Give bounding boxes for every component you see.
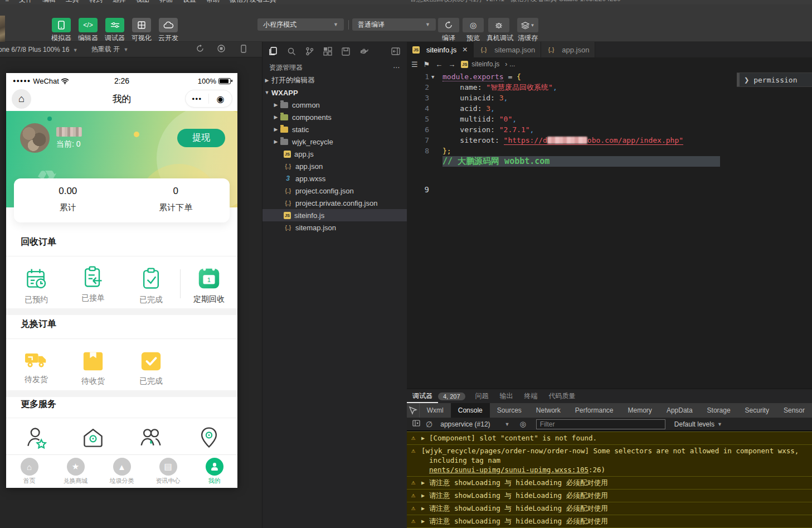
periodic-recycle-item[interactable]: 1 定期回收 (183, 265, 235, 304)
tab-network[interactable]: Network (529, 403, 568, 418)
tab-home[interactable]: ⌂ 首页 (6, 455, 52, 488)
tree-folder-static[interactable]: ▶ static (262, 123, 407, 135)
menu-file[interactable]: 文件 (14, 0, 37, 4)
teapot-icon[interactable] (359, 47, 369, 56)
npm-build-icon[interactable] (342, 47, 350, 56)
forward-icon[interactable]: → (448, 60, 455, 69)
avatar[interactable] (20, 123, 50, 153)
files-icon[interactable] (269, 47, 278, 56)
recycle-reserved-item[interactable]: 已预约 (11, 267, 62, 305)
record-icon[interactable] (217, 45, 225, 54)
to-receive-item[interactable]: 待收货 (67, 350, 119, 386)
tab-output[interactable]: 输出 (494, 389, 519, 403)
menu-settings[interactable]: 设置 (178, 0, 201, 4)
bookmark-icon[interactable]: ⚑ (424, 60, 430, 69)
more-actions-icon[interactable]: ⋯ (393, 64, 400, 71)
tab-sensor[interactable]: Sensor (776, 403, 812, 418)
expand-icon[interactable]: ▶ (421, 491, 425, 500)
log-levels-select[interactable]: Default levels ▼ (674, 420, 722, 428)
clear-cache-button[interactable]: ▼ (517, 18, 538, 32)
breadcrumb-more[interactable]: ... (509, 60, 515, 68)
inspect-icon[interactable] (407, 403, 420, 418)
filter-input[interactable] (536, 419, 665, 429)
phone-frame-icon[interactable] (241, 45, 246, 55)
code-area[interactable]: 1▼module.exports = { 2 name: "智慧废品回收系统",… (407, 71, 812, 389)
menu-icon[interactable]: ≡ (0, 0, 14, 3)
expand-icon[interactable]: ▶ (421, 433, 425, 443)
mode-select[interactable]: 小程序模式▼ (257, 18, 344, 31)
menu-edit[interactable]: 编辑 (37, 0, 61, 4)
recycle-accepted-item[interactable]: 已接单 (67, 265, 119, 303)
close-icon[interactable]: ✕ (462, 46, 468, 54)
extensions-icon[interactable] (323, 47, 332, 56)
tree-file-app-json[interactable]: {..} app.json (262, 160, 407, 172)
device-select[interactable]: one 6/7/8 Plus 100% 16 ▼ (0, 46, 78, 54)
tab-app-json[interactable]: {..} app.json (541, 42, 595, 57)
tab-exchange-mall[interactable]: ★ 兑换商城 (52, 455, 99, 488)
tree-file-project-config[interactable]: {..} project.config.json (262, 185, 407, 197)
tree-folder-wjyk-recycle[interactable]: ▶ wjyk_recycle (262, 135, 407, 148)
tree-file-siteinfo-js[interactable]: JS siteinfo.js (262, 209, 407, 221)
tab-storage[interactable]: Storage (700, 403, 738, 418)
withdraw-button[interactable]: 提现 (177, 129, 225, 147)
editor-button[interactable]: </> (79, 18, 98, 32)
exchange-done-item[interactable]: 已完成 (125, 350, 177, 386)
to-ship-item[interactable]: 待发货 (11, 348, 62, 385)
show-sidebar-icon[interactable] (412, 420, 420, 428)
source-control-icon[interactable] (305, 47, 314, 56)
menu-devtools[interactable]: 微信开发者工具 (225, 0, 281, 4)
menu-select[interactable]: 选择 (108, 0, 131, 4)
tab-console[interactable]: Console (451, 403, 490, 418)
tree-file-sitemap-json[interactable]: {..} sitemap.json (262, 221, 407, 234)
outline-icon[interactable]: ☰ (411, 60, 418, 69)
tab-code-quality[interactable]: 代码质量 (543, 389, 581, 403)
visualization-button[interactable] (132, 18, 151, 32)
search-icon[interactable] (287, 47, 296, 56)
preview-button[interactable]: ◎ (463, 18, 484, 32)
permission-peek-widget[interactable]: ❯ permission (737, 72, 812, 87)
hot-reload-toggle[interactable]: 热重载 开 ▼ (91, 45, 129, 54)
tab-problems[interactable]: 问题 (470, 389, 494, 403)
rotate-icon[interactable] (196, 45, 204, 54)
expand-icon[interactable]: ▶ (421, 503, 425, 513)
tree-file-app-js[interactable]: JS app.js (262, 148, 407, 160)
menu-goto[interactable]: 转到 (84, 0, 108, 4)
tree-folder-components[interactable]: ▶ components (262, 111, 407, 123)
expand-icon[interactable]: ▶ (421, 516, 425, 526)
tree-folder-common[interactable]: ▶ common (262, 99, 407, 111)
menu-view[interactable]: 视图 (131, 0, 154, 4)
breadcrumb-file[interactable]: siteinfo.js (471, 60, 499, 68)
compile-button[interactable] (438, 18, 459, 32)
clear-console-icon[interactable]: ∅ (426, 420, 432, 429)
tab-sources[interactable]: Sources (490, 403, 529, 418)
debugger-button[interactable] (105, 18, 124, 32)
site-url[interactable]: "https://dobo.com/app/index.php" (504, 136, 683, 145)
back-icon[interactable]: ← (435, 60, 443, 69)
fold-icon[interactable]: ▼ (431, 72, 434, 83)
tab-performance[interactable]: Performance (568, 403, 621, 418)
tab-memory[interactable]: Memory (621, 403, 659, 418)
recycle-done-item[interactable]: 已完成 (125, 267, 177, 305)
console-output[interactable]: ⚠ ▶ [Component] slot "content" is not fo… (407, 432, 812, 528)
tab-terminal[interactable]: 终端 (519, 389, 543, 403)
simulator-button[interactable] (52, 18, 71, 32)
device-debug-button[interactable] (488, 18, 509, 32)
capsule-close-icon[interactable]: ◉ (209, 94, 232, 104)
tab-sitemap-json[interactable]: {..} sitemap.json (474, 42, 541, 57)
tab-debugger[interactable]: 调试器 (407, 389, 438, 403)
menu-help[interactable]: 帮助 (201, 0, 225, 4)
menu-interface[interactable]: 界面 (154, 0, 178, 4)
live-expression-icon[interactable]: ◎ (520, 420, 526, 428)
tree-root-wxapp[interactable]: ▼ WXAPP (262, 86, 407, 99)
menu-tools[interactable]: 工具 (61, 0, 84, 4)
source-link[interactable]: nents/sunui-upimg/sunui-upimg.wxss:105 (429, 466, 589, 474)
tab-wxml[interactable]: Wxml (420, 403, 451, 418)
tree-file-app-wxss[interactable]: 3 app.wxss (262, 172, 407, 185)
context-select[interactable]: appservice (#12) ▼ (440, 420, 509, 428)
tab-appdata[interactable]: AppData (659, 403, 700, 418)
expand-icon[interactable]: ▶ (421, 478, 425, 487)
more-dots-icon[interactable]: ••• (186, 95, 208, 103)
tab-mine[interactable]: 我的 (191, 455, 237, 488)
tab-security[interactable]: Security (738, 403, 776, 418)
cloud-dev-button[interactable] (159, 18, 178, 32)
